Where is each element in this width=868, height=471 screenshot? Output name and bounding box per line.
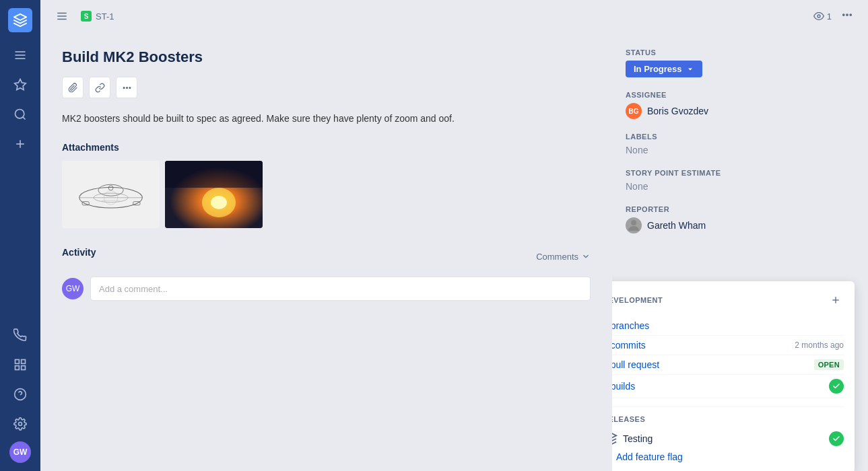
more-button[interactable]	[837, 6, 857, 26]
svg-point-40	[631, 220, 636, 225]
issue-description: MK2 boosters should be built to spec as …	[62, 112, 591, 126]
status-label: STATUS	[626, 48, 855, 57]
pull-request-label: 1 pull request	[612, 359, 659, 370]
svg-point-14	[19, 423, 22, 426]
left-pane: Build MK2 Boosters MK2 boosters should b…	[40, 32, 612, 471]
sidebar-item-menu[interactable]	[8, 43, 32, 67]
watch-count: 1	[827, 11, 832, 22]
svg-point-19	[843, 14, 844, 15]
status-value: In Progress	[634, 64, 682, 74]
status-badge[interactable]: In Progress	[626, 61, 702, 77]
attachment-2[interactable]	[165, 161, 263, 228]
svg-point-20	[846, 14, 848, 15]
svg-line-5	[23, 117, 26, 120]
reporter-row[interactable]: Gareth Wham	[626, 217, 855, 233]
story-points-section: STORY POINT ESTIMATE None	[626, 169, 855, 192]
sidebar-item-star[interactable]	[8, 73, 32, 97]
story-points-label: STORY POINT ESTIMATE	[626, 169, 855, 177]
assignee-label: ASSIGNEE	[626, 91, 855, 99]
svg-point-22	[123, 87, 125, 88]
activity-filter-button[interactable]: Comments	[536, 252, 591, 262]
svg-point-39	[211, 196, 227, 209]
reporter-label: REPORTER	[626, 205, 855, 213]
commits-label: 3 commits	[612, 340, 646, 351]
dev-item-branches[interactable]: 3 branches	[612, 316, 844, 336]
reporter-name: Gareth Wham	[647, 220, 706, 231]
testing-check-icon	[829, 431, 844, 446]
issue-title: Build MK2 Boosters	[62, 48, 591, 66]
top-bar-actions: 1	[813, 6, 857, 26]
release-testing-label: Testing	[623, 433, 653, 444]
more-toolbar-button[interactable]	[116, 77, 137, 98]
development-add-button[interactable]	[828, 292, 844, 308]
svg-point-24	[129, 87, 130, 88]
dev-item-builds[interactable]: 2 builds	[612, 375, 844, 398]
dev-item-pull-request[interactable]: 1 pull request OPEN	[612, 355, 844, 375]
svg-rect-9	[22, 360, 26, 364]
content-area: Build MK2 Boosters MK2 boosters should b…	[40, 32, 868, 471]
right-pane: STATUS In Progress ASSIGNEE BG Boris Gvo…	[612, 32, 868, 471]
comment-input[interactable]: Add a comment...	[90, 277, 591, 301]
sidebar-item-grid[interactable]	[8, 353, 32, 377]
svg-marker-3	[15, 79, 26, 90]
svg-point-4	[15, 110, 24, 118]
project-badge: S	[81, 11, 92, 22]
comment-user-avatar: GW	[62, 278, 84, 299]
labels-label: LABELS	[626, 133, 855, 141]
sidebar-item-create[interactable]	[8, 132, 32, 156]
user-avatar[interactable]: GW	[9, 441, 31, 463]
svg-rect-10	[22, 366, 26, 370]
commits-meta: 2 months ago	[795, 340, 844, 350]
activity-header: Activity Comments	[62, 247, 591, 266]
app-logo[interactable]	[8, 8, 32, 32]
attachments-title: Attachments	[62, 142, 591, 153]
svg-rect-8	[15, 360, 20, 364]
breadcrumb-text[interactable]: ST-1	[96, 11, 114, 22]
top-bar: S ST-1 1	[40, 0, 868, 32]
comment-placeholder: Add a comment...	[99, 284, 168, 294]
watch-button[interactable]: 1	[813, 11, 832, 22]
activity-title: Activity	[62, 247, 96, 258]
activity-filter-label: Comments	[536, 252, 578, 262]
dev-panel-header: DEVELOPMENT	[612, 292, 844, 308]
svg-point-23	[126, 87, 127, 88]
link-button[interactable]	[89, 77, 110, 98]
add-feature-flag-label: Add feature flag	[616, 451, 683, 462]
story-points-value[interactable]: None	[626, 181, 855, 192]
development-title: DEVELOPMENT	[612, 296, 663, 304]
menu-button[interactable]	[51, 5, 73, 27]
reporter-avatar	[626, 217, 642, 233]
attachment-1[interactable]	[62, 161, 160, 228]
assignee-section: ASSIGNEE BG Boris Gvozdev	[626, 91, 855, 119]
releases-title: RELEASES	[612, 415, 844, 423]
assignee-initials: BG	[629, 108, 639, 115]
svg-rect-37	[165, 161, 263, 188]
sidebar-item-broadcast[interactable]	[8, 323, 32, 347]
assignee-row[interactable]: BG Boris Gvozdev	[626, 103, 855, 119]
reporter-section: REPORTER Gareth Wham	[626, 205, 855, 233]
assignee-avatar: BG	[626, 103, 642, 119]
releases-section: RELEASES Testing	[612, 406, 844, 462]
status-section: STATUS In Progress	[626, 48, 855, 77]
sidebar-item-help[interactable]	[8, 382, 32, 406]
add-feature-flag-button[interactable]: Add feature flag	[612, 451, 844, 462]
attach-button[interactable]	[62, 77, 84, 98]
pull-request-badge: OPEN	[814, 359, 844, 370]
comment-box: GW Add a comment...	[62, 277, 591, 301]
sidebar-item-search[interactable]	[8, 102, 32, 126]
builds-check	[829, 379, 844, 394]
toolbar	[62, 77, 591, 98]
assignee-name: Boris Gvozdev	[647, 106, 708, 116]
release-item-testing[interactable]: Testing	[612, 429, 844, 449]
badge-letter: S	[84, 13, 89, 20]
svg-point-18	[817, 15, 820, 17]
builds-label: 2 builds	[612, 381, 635, 392]
release-left: Testing	[612, 431, 653, 446]
svg-point-21	[850, 14, 851, 15]
dev-item-commits[interactable]: 3 commits 2 months ago	[612, 336, 844, 355]
main-content: S ST-1 1 Build MK2 Boosters	[40, 0, 868, 471]
labels-value[interactable]: None	[626, 145, 855, 155]
sidebar-nav: GW	[0, 0, 40, 471]
sidebar-item-settings[interactable]	[8, 412, 32, 436]
branches-label: 3 branches	[612, 320, 649, 331]
